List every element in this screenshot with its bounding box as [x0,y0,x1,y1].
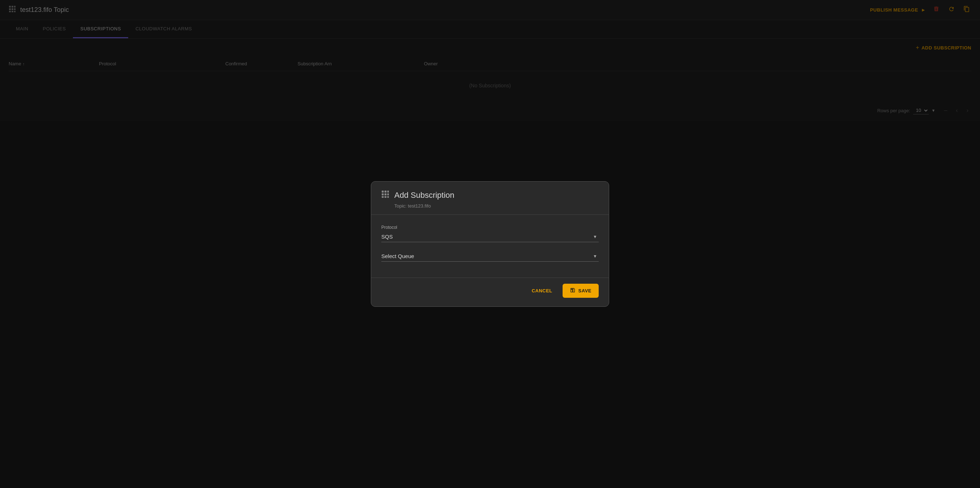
dialog-body: Protocol SQS HTTP HTTPS Email Email-JSON… [371,215,609,278]
save-label: SAVE [579,288,592,294]
svg-rect-11 [387,191,389,193]
queue-form-group: Select Queue ▼ [381,251,599,262]
dialog-title-text: Add Subscription [394,191,454,200]
svg-rect-12 [382,194,384,196]
dialog-header: Add Subscription Topic: test123.fifo [371,181,609,215]
protocol-form-group: Protocol SQS HTTP HTTPS Email Email-JSON… [381,225,599,242]
queue-select[interactable]: Select Queue [381,251,599,262]
save-icon [570,287,576,294]
svg-rect-13 [385,194,387,196]
svg-rect-10 [385,191,387,193]
dialog-subtitle-text: Topic: test123.fifo [394,203,599,209]
svg-rect-17 [387,196,389,198]
svg-rect-16 [385,196,387,198]
svg-rect-9 [382,191,384,193]
add-subscription-dialog: Add Subscription Topic: test123.fifo Pro… [371,181,609,307]
protocol-select-wrapper: SQS HTTP HTTPS Email Email-JSON Lambda S… [381,231,599,242]
protocol-label: Protocol [381,225,599,230]
svg-rect-15 [382,196,384,198]
protocol-select[interactable]: SQS HTTP HTTPS Email Email-JSON Lambda S… [381,231,599,242]
dialog-title-row: Add Subscription [381,190,599,200]
save-button[interactable]: SAVE [563,284,599,298]
svg-rect-14 [387,194,389,196]
cancel-button[interactable]: CANCEL [527,285,557,296]
dialog-grid-icon [381,190,389,200]
dialog-footer: CANCEL SAVE [371,278,609,307]
modal-overlay[interactable]: Add Subscription Topic: test123.fifo Pro… [0,0,980,488]
queue-select-wrapper: Select Queue ▼ [381,251,599,262]
